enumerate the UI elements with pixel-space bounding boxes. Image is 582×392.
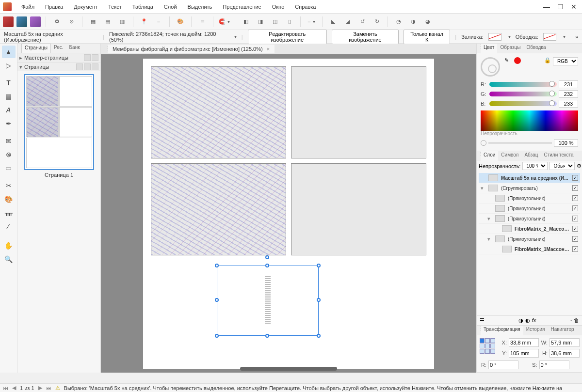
doc-mode-3-icon[interactable]: ▥ bbox=[116, 16, 128, 28]
r-input[interactable] bbox=[488, 361, 518, 369]
handle-se[interactable] bbox=[317, 334, 321, 338]
fill-tool-icon[interactable]: 🎨 bbox=[2, 193, 16, 205]
persona-publisher-icon[interactable] bbox=[3, 16, 14, 27]
layer-visibility-checkbox[interactable]: ✓ bbox=[572, 226, 578, 232]
doc-grip-icon[interactable]: ⋮⋮ bbox=[104, 46, 108, 52]
channel-k-button[interactable]: Только канал К bbox=[404, 30, 451, 44]
fill-dropdown-icon[interactable]: ▾ bbox=[508, 34, 511, 39]
document-tab[interactable]: Мембраны фиброгайд и фиброматрикс [Измен… bbox=[108, 45, 275, 53]
tab-navigator[interactable]: Навигатор bbox=[548, 326, 577, 335]
page-dup-icon[interactable] bbox=[84, 63, 91, 70]
h-input[interactable] bbox=[550, 349, 580, 358]
horizontal-scrollbar[interactable] bbox=[240, 367, 337, 371]
pen-tool-icon[interactable]: ✒ bbox=[2, 117, 16, 130]
document-close-icon[interactable]: × bbox=[267, 46, 270, 52]
spectrum-picker[interactable] bbox=[481, 110, 578, 131]
layer-stack-icon[interactable]: ☰ bbox=[480, 317, 485, 324]
align-icon[interactable]: ≡▾ bbox=[306, 16, 317, 28]
color-mode-select[interactable]: RGB bbox=[553, 57, 578, 65]
handle-sw[interactable] bbox=[215, 334, 219, 338]
tab-bank[interactable]: Банк bbox=[66, 44, 83, 53]
handle-e[interactable] bbox=[317, 298, 321, 302]
layer-fx-icon[interactable]: fx bbox=[532, 317, 536, 324]
tab-resources[interactable]: Рес. bbox=[51, 44, 66, 53]
layer-row[interactable]: (Прямоугольник)✓ bbox=[479, 204, 580, 214]
image-frame-icon[interactable]: ✉ bbox=[2, 135, 16, 147]
menu-table[interactable]: Таблица bbox=[128, 2, 158, 12]
prev-page-icon[interactable]: ◀ bbox=[12, 385, 16, 391]
flip-h-icon[interactable]: ◣ bbox=[327, 16, 339, 28]
stroke-dropdown-icon[interactable]: ▾ bbox=[563, 34, 566, 39]
zoom-tool-icon[interactable]: 🔍 bbox=[2, 253, 16, 266]
baseline-icon[interactable]: ≣ bbox=[196, 16, 208, 28]
g-slider[interactable] bbox=[489, 92, 557, 96]
replace-image-button[interactable]: Заменить изображение bbox=[332, 30, 399, 44]
transform-grip-icon[interactable]: ⋮⋮ bbox=[477, 326, 481, 332]
node-tool-icon[interactable]: ▷ bbox=[2, 59, 16, 72]
stroke-swatch[interactable] bbox=[543, 33, 556, 41]
persona-photo-icon[interactable] bbox=[16, 16, 27, 27]
brush-tool-icon[interactable]: ∕ bbox=[2, 220, 16, 233]
layer-expand-icon[interactable]: ▾ bbox=[487, 236, 492, 242]
layer-row[interactable]: Масштаб 5х на средних (И...✓ bbox=[479, 173, 580, 183]
layer-row[interactable]: ▾(Прямоугольник)✓ bbox=[479, 214, 580, 224]
opacity-slider[interactable] bbox=[488, 142, 552, 144]
artistic-text-icon[interactable]: A bbox=[2, 104, 16, 116]
layer-new-icon[interactable]: ▫ bbox=[570, 317, 572, 324]
persona-designer-icon[interactable] bbox=[30, 16, 41, 27]
layer-visibility-checkbox[interactable]: ✓ bbox=[572, 246, 578, 252]
layer-opacity-select[interactable]: 100 % bbox=[522, 162, 548, 170]
g-input[interactable] bbox=[559, 90, 578, 98]
layer-visibility-checkbox[interactable]: ✓ bbox=[572, 205, 578, 211]
menu-help[interactable]: Справка bbox=[290, 2, 321, 12]
selection-bounds[interactable] bbox=[217, 266, 319, 336]
eyedropper-icon[interactable]: ᚄ bbox=[2, 206, 16, 219]
tab-swatches[interactable]: Образцы bbox=[497, 44, 523, 53]
layers-grip-icon[interactable]: ⋮⋮ bbox=[477, 151, 481, 158]
tab-text-styles[interactable]: Стили текста bbox=[541, 151, 576, 161]
boolean-2-icon[interactable]: ◑ bbox=[407, 16, 419, 28]
table-tool-icon[interactable]: ▦ bbox=[2, 90, 16, 103]
layer-blend-select[interactable]: Обычн bbox=[550, 162, 575, 170]
boolean-3-icon[interactable]: ◕ bbox=[422, 16, 434, 28]
tab-stroke[interactable]: Обводка bbox=[523, 44, 549, 53]
warning-icon[interactable]: ⚠ bbox=[55, 385, 60, 391]
handle-n[interactable] bbox=[265, 264, 269, 267]
menu-file[interactable]: Файл bbox=[16, 2, 39, 12]
tab-symbol[interactable]: Символ bbox=[498, 151, 521, 161]
color-current-dot[interactable] bbox=[514, 57, 521, 64]
layer-mask-icon[interactable]: ◑ bbox=[518, 317, 523, 324]
maximize-button[interactable]: ☐ bbox=[557, 3, 564, 10]
rotate-cw-icon[interactable]: ↻ bbox=[371, 16, 383, 28]
tab-color[interactable]: Цвет bbox=[481, 44, 497, 53]
master-collapse-icon[interactable]: ▸ bbox=[19, 55, 24, 61]
pages-collapse-icon[interactable]: ▾ bbox=[19, 64, 24, 70]
layer-visibility-checkbox[interactable]: ✓ bbox=[572, 216, 578, 221]
arrange-2-icon[interactable]: ◨ bbox=[255, 16, 266, 28]
menu-layer[interactable]: Слой bbox=[159, 2, 182, 12]
tab-transform[interactable]: Трансформация bbox=[481, 326, 523, 335]
handle-ne[interactable] bbox=[317, 264, 321, 267]
palette-icon[interactable]: 🎨 bbox=[175, 16, 186, 28]
picker-eyedropper-icon[interactable]: ✎ bbox=[504, 57, 509, 63]
menu-view[interactable]: Представление bbox=[218, 2, 266, 12]
snap-icon[interactable]: 🧲▾ bbox=[218, 16, 230, 28]
layer-visibility-checkbox[interactable]: ✓ bbox=[572, 185, 578, 191]
rotate-ccw-icon[interactable]: ↺ bbox=[356, 16, 368, 28]
prefs-icon[interactable]: ✿ bbox=[51, 16, 63, 28]
cell-top-left[interactable] bbox=[151, 66, 286, 158]
y-input[interactable] bbox=[509, 349, 539, 358]
layer-visibility-checkbox[interactable]: ✓ bbox=[572, 236, 578, 242]
arrange-1-icon[interactable]: ◧ bbox=[240, 16, 252, 28]
page-add-icon[interactable] bbox=[76, 63, 83, 70]
arrange-4-icon[interactable]: ▯ bbox=[284, 16, 295, 28]
dpi-dropdown-icon[interactable]: ▾ bbox=[234, 34, 237, 39]
edit-image-button[interactable]: Редактировать изображение bbox=[248, 30, 327, 44]
layer-delete-icon[interactable]: 🗑 bbox=[574, 317, 579, 324]
transform-anchor[interactable] bbox=[480, 338, 495, 354]
layer-row[interactable]: (Прямоугольник)✓ bbox=[479, 193, 580, 204]
menu-edit[interactable]: Правка bbox=[40, 2, 68, 12]
s-input[interactable] bbox=[539, 361, 569, 369]
layer-adjust-icon[interactable]: ◐ bbox=[525, 317, 530, 324]
cell-mid-left[interactable] bbox=[151, 163, 286, 255]
